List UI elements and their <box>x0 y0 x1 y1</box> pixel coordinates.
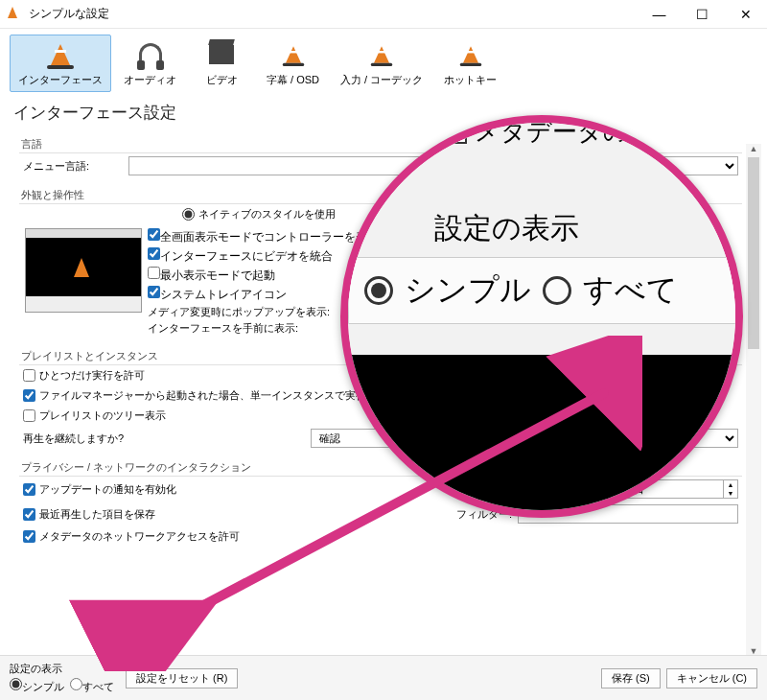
show-settings-label: 設定の表示 <box>10 662 114 676</box>
scroll-thumb[interactable] <box>748 157 759 349</box>
footer-bar: 設定の表示 シンプル すべて 設定をリセット (R) 保存 (S) キャンセル … <box>0 655 767 700</box>
save-recent-checkbox[interactable]: 最近再生した項目を保存 <box>23 507 155 522</box>
tab-video[interactable]: ビデオ <box>189 35 254 92</box>
simple-radio[interactable]: シンプル <box>10 678 64 694</box>
file-manager-single-checkbox[interactable]: ファイルマネージャーから起動された場合、単一インスタンスで実行 <box>23 388 366 403</box>
scrollbar[interactable]: ▲ ▼ <box>746 144 761 656</box>
zoom-simple-radio-icon <box>364 276 393 305</box>
titlebar: シンプルな設定 — ☐ ✕ <box>0 0 767 29</box>
tab-subtitles[interactable]: 字幕 / OSD <box>258 35 328 92</box>
minimize-button[interactable]: — <box>638 0 681 28</box>
save-button[interactable]: 保存 (S) <box>601 668 661 688</box>
page-title: インターフェース設定 <box>0 94 767 128</box>
continue-playback-label: 再生を継続しますか? <box>23 432 311 446</box>
zoom-show-settings-label: 設定の表示 <box>434 209 579 248</box>
input-icon <box>362 39 401 70</box>
app-icon <box>8 7 23 22</box>
single-instance-checkbox[interactable]: ひとつだけ実行を許可 <box>23 368 145 383</box>
tab-hotkeys[interactable]: ホットキー <box>435 35 505 92</box>
cone-icon <box>41 39 80 70</box>
preview-thumbnail <box>25 228 142 313</box>
cancel-button[interactable]: キャンセル (C) <box>666 668 757 688</box>
category-toolbar: インターフェース オーディオ ビデオ 字幕 / OSD 入力 / コーデック ホ… <box>0 29 767 94</box>
scroll-up-icon[interactable]: ▲ <box>746 144 761 153</box>
spin-up[interactable]: ▲ <box>724 480 737 489</box>
fullscreen-controller-checkbox[interactable]: 全画面表示モードでコントローラーを表示 <box>148 228 379 245</box>
allow-meta-checkbox[interactable]: メタデータのネットワークアクセスを許可 <box>23 529 240 544</box>
zoom-radio-row: シンプル すべて <box>348 257 743 324</box>
native-style-radio[interactable]: ネイティブのスタイルを使用 <box>182 207 336 222</box>
maximize-button[interactable]: ☐ <box>681 0 724 28</box>
reset-button[interactable]: 設定をリセット (R) <box>126 668 238 688</box>
media-popup-label: メディア変更時にポップアップを表示: <box>148 305 330 319</box>
headphones-icon <box>131 39 170 70</box>
spin-down[interactable]: ▼ <box>724 489 737 498</box>
menu-language-label: メニュー言語: <box>23 159 128 174</box>
window-title: シンプルな設定 <box>29 6 638 22</box>
zoom-callout: ✓ メタデータのネ 設定の表示 シンプル すべて <box>340 115 743 518</box>
subtitles-icon <box>274 39 313 70</box>
close-button[interactable]: ✕ <box>724 0 767 28</box>
tab-audio[interactable]: オーディオ <box>115 35 185 92</box>
clapper-icon <box>202 39 241 70</box>
tree-view-checkbox[interactable]: プレイリストのツリー表示 <box>23 408 166 423</box>
update-notify-checkbox[interactable]: アップデートの通知を有効化 <box>23 482 176 497</box>
tab-interface[interactable]: インターフェース <box>10 35 111 92</box>
interface-front-label: インターフェースを手前に表示: <box>148 321 298 336</box>
zoom-all-radio-icon <box>543 276 571 305</box>
hotkeys-icon <box>452 39 490 70</box>
embed-video-checkbox[interactable]: インターフェースにビデオを統合 <box>148 247 379 265</box>
tab-input[interactable]: 入力 / コーデック <box>332 35 431 92</box>
all-radio[interactable]: すべて <box>70 678 114 694</box>
